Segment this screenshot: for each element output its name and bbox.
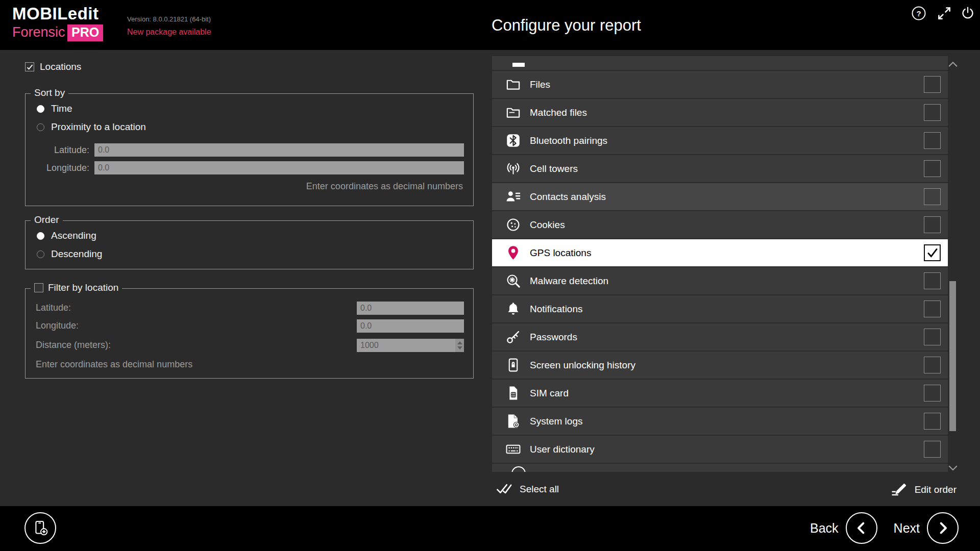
spinner-up-icon[interactable] — [457, 341, 462, 344]
order-descending-label: Descending — [51, 248, 102, 260]
contacts-icon — [504, 188, 522, 206]
sort-by-groupbox: Sort by Time Proximity to a location Lat… — [25, 93, 474, 206]
select-all-label: Select all — [520, 484, 559, 495]
filter-coordinates-hint: Enter coordinates as decimal numbers — [36, 359, 192, 370]
key-icon — [504, 329, 522, 346]
filter-by-location-checkbox[interactable] — [34, 283, 43, 292]
list-item[interactable]: Bluetooth pairings — [492, 127, 948, 154]
list-item-selected[interactable]: GPS locations — [492, 239, 948, 266]
item-checkbox[interactable] — [924, 272, 941, 289]
sort-coordinates-hint: Enter coordinates as decimal numbers — [306, 181, 463, 192]
chevron-left-icon — [853, 520, 870, 536]
list-item-label: Passwords — [530, 332, 577, 343]
add-phone-button[interactable] — [24, 512, 56, 544]
list-item-label: Bluetooth pairings — [530, 135, 607, 146]
sort-proximity-radio[interactable] — [37, 123, 44, 131]
sim-card-icon — [504, 385, 522, 402]
svg-text:?: ? — [916, 9, 921, 18]
help-icon[interactable]: ? — [910, 4, 928, 22]
filter-latitude-input[interactable] — [357, 302, 464, 315]
list-item[interactable]: Cell towers — [492, 155, 948, 182]
item-checkbox[interactable] — [924, 441, 941, 458]
list-item[interactable]: Contacts analysis — [492, 183, 948, 210]
bluetooth-icon — [504, 132, 522, 149]
next-label: Next — [894, 521, 920, 536]
sort-longitude-input[interactable] — [94, 161, 464, 174]
list-item[interactable]: Matched files — [492, 99, 948, 126]
list-item[interactable]: User dictionary — [492, 436, 948, 463]
locations-checkbox[interactable] — [25, 62, 34, 71]
list-item[interactable]: Malware detection — [492, 267, 948, 294]
cookie-icon — [504, 216, 522, 234]
partial-row-top — [492, 56, 948, 70]
power-icon[interactable] — [959, 4, 977, 22]
fit-window-icon[interactable] — [935, 4, 953, 22]
item-checkbox[interactable] — [924, 76, 941, 93]
filter-longitude-input[interactable] — [357, 319, 464, 333]
update-notice-link[interactable]: New package available — [127, 28, 211, 37]
next-button[interactable] — [927, 512, 959, 544]
scrollbar-thumb[interactable] — [949, 281, 956, 431]
list-item-label: Contacts analysis — [530, 191, 606, 203]
filter-by-location-label: Filter by location — [48, 282, 118, 293]
distance-spinner[interactable] — [455, 339, 464, 352]
list-item[interactable]: System logs — [492, 408, 948, 435]
edit-order-button[interactable]: Edit order — [891, 483, 957, 496]
item-checkbox[interactable] — [924, 216, 941, 233]
list-item-label: Notifications — [530, 304, 583, 315]
item-checkbox[interactable] — [924, 357, 941, 373]
spinner-down-icon[interactable] — [457, 346, 462, 349]
list-item-label: GPS locations — [530, 247, 591, 259]
list-item[interactable]: Cookies — [492, 211, 948, 238]
page-title: Configure your report — [492, 16, 641, 35]
list-item[interactable]: SIM card — [492, 380, 948, 407]
item-checkbox[interactable] — [924, 385, 941, 402]
list-item-label: Screen unlocking history — [530, 360, 635, 371]
item-checkbox[interactable] — [924, 329, 941, 345]
list-item[interactable]: Files — [492, 71, 948, 98]
back-label: Back — [810, 521, 839, 536]
select-all-button[interactable]: Select all — [496, 483, 559, 495]
list-item[interactable]: Notifications — [492, 295, 948, 322]
map-pin-icon — [504, 244, 522, 262]
list-item[interactable]: Screen unlocking history — [492, 352, 948, 379]
item-checkbox[interactable] — [924, 160, 941, 177]
list-item-label: Malware detection — [530, 276, 608, 287]
chevron-right-icon — [935, 520, 951, 536]
item-checkbox[interactable] — [924, 132, 941, 149]
list-item-label: Files — [530, 79, 550, 90]
sort-time-radio[interactable] — [37, 105, 44, 113]
back-button[interactable] — [846, 512, 877, 544]
item-checkbox[interactable] — [924, 104, 941, 121]
logo-title: MOBILedit — [12, 4, 99, 23]
list-item[interactable]: Passwords — [492, 323, 948, 350]
order-legend: Order — [31, 214, 63, 226]
order-ascending-radio[interactable] — [37, 232, 44, 240]
version-text: Version: 8.0.0.21821 (64-bit) — [127, 15, 211, 23]
bell-icon — [504, 300, 522, 318]
cell-tower-icon — [504, 160, 522, 178]
order-descending-radio[interactable] — [37, 251, 44, 258]
sort-latitude-label: Latitude: — [36, 145, 89, 156]
scroll-up-icon[interactable] — [948, 59, 958, 69]
sort-latitude-input[interactable] — [94, 143, 464, 157]
scroll-down-icon[interactable] — [948, 463, 958, 473]
logo-pro-badge: PRO — [67, 24, 103, 41]
filter-latitude-label: Latitude: — [36, 303, 71, 313]
order-ascending-label: Ascending — [51, 230, 96, 241]
list-item-label: Cookies — [530, 219, 565, 231]
list-item-label: User dictionary — [530, 444, 595, 455]
report-sections-list: Files Matched files Bluetooth pairings C… — [492, 56, 948, 472]
item-checkbox[interactable] — [924, 300, 941, 317]
filter-distance-input[interactable] — [357, 339, 464, 352]
keyboard-icon — [504, 441, 522, 458]
bottom-bar: Back Next — [0, 506, 980, 551]
item-checkbox[interactable] — [924, 413, 941, 430]
malware-icon — [504, 272, 522, 290]
item-checkbox-checked[interactable] — [924, 244, 941, 261]
list-item-label: Cell towers — [530, 163, 578, 174]
partial-row-bottom — [492, 464, 948, 472]
list-item-label: System logs — [530, 416, 582, 427]
list-item-label: SIM card — [530, 388, 569, 399]
item-checkbox[interactable] — [924, 188, 941, 205]
